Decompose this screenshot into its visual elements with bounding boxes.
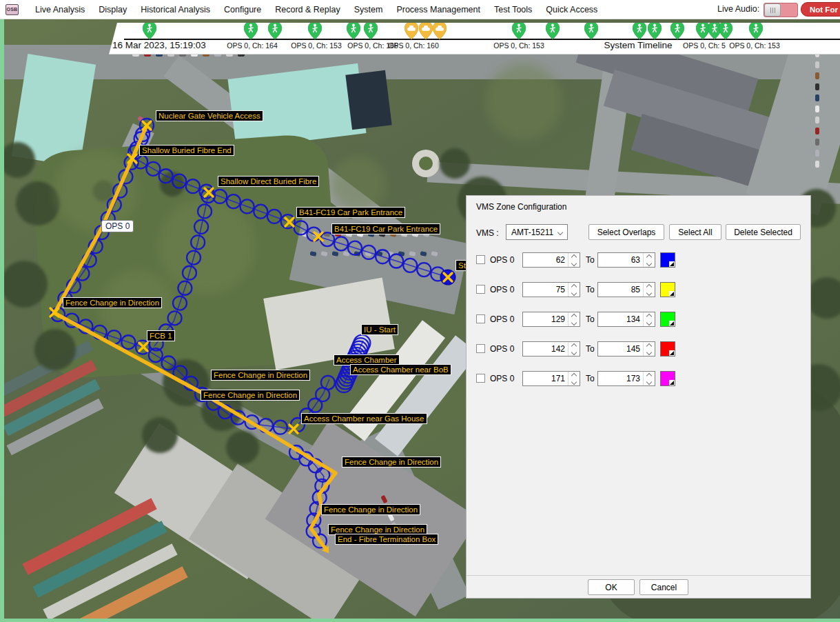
zone-from xyxy=(522,312,580,327)
spinner-down-icon xyxy=(571,319,577,325)
person-pin[interactable] xyxy=(633,21,646,39)
delete-selected-button[interactable]: Delete Selected xyxy=(726,224,801,240)
cancel-button[interactable]: Cancel xyxy=(639,579,688,595)
zone-color-swatch[interactable] xyxy=(660,282,675,297)
zone-to-stepper[interactable] xyxy=(643,372,655,385)
menu-item-test-tools[interactable]: Test Tools xyxy=(487,5,539,14)
menu-item-record-replay[interactable]: Record & Replay xyxy=(268,5,347,14)
zone-from-input[interactable] xyxy=(523,253,568,267)
person-pin[interactable] xyxy=(268,21,282,39)
car-pin[interactable] xyxy=(404,21,418,39)
menu-item-configure[interactable]: Configure xyxy=(217,5,268,14)
timeline-channel-label: OPS 0, Ch: 164 xyxy=(227,41,278,50)
zone-checkbox[interactable] xyxy=(476,374,485,383)
person-pin[interactable] xyxy=(347,21,360,39)
person-pin[interactable] xyxy=(584,21,598,39)
zone-color-swatch[interactable] xyxy=(660,341,675,357)
map-callout-fcb-1: FCB 1 xyxy=(147,330,175,341)
dialog-title: VMS Zone Configuration xyxy=(476,202,566,212)
menu-item-process-management[interactable]: Process Management xyxy=(389,5,487,14)
zone-to-input[interactable] xyxy=(598,342,643,356)
zone-checkbox[interactable] xyxy=(476,285,485,294)
zone-to xyxy=(597,312,655,327)
application-window: { "menu": { "logo": "OSB", "items": ["Li… xyxy=(0,0,840,622)
vms-zone-configuration-dialog: VMS Zone Configuration VMS : AMT-15211 S… xyxy=(466,195,811,599)
person-pin[interactable] xyxy=(749,21,763,39)
swatch-dropdown-icon xyxy=(669,291,675,297)
zone-color-swatch[interactable] xyxy=(660,252,675,268)
zone-from-input[interactable] xyxy=(523,342,568,356)
person-pin[interactable] xyxy=(512,21,526,39)
swatch-dropdown-icon xyxy=(669,321,675,326)
spinner-down-icon xyxy=(646,260,652,265)
car-pin[interactable] xyxy=(419,21,433,39)
zone-from-stepper[interactable] xyxy=(568,253,580,267)
spinner-down-icon xyxy=(571,379,577,384)
person-pin[interactable] xyxy=(244,21,258,39)
zone-to-input[interactable] xyxy=(598,283,643,297)
zone-to-label: To xyxy=(586,344,595,354)
spinner-down-icon xyxy=(646,379,652,384)
zone-row: OPS 0To xyxy=(467,252,810,268)
menu-item-display[interactable]: Display xyxy=(92,5,134,14)
zone-color-swatch[interactable] xyxy=(660,312,675,327)
live-audio-toggle[interactable] xyxy=(764,3,798,17)
person-pin[interactable] xyxy=(364,21,378,39)
zone-checkbox[interactable] xyxy=(476,344,485,353)
zone-to-input[interactable] xyxy=(598,372,643,385)
dialog-divider xyxy=(467,575,810,576)
person-pin[interactable] xyxy=(648,21,662,39)
zone-from-stepper[interactable] xyxy=(568,372,580,385)
zone-checkbox[interactable] xyxy=(476,255,485,264)
spinner-up-icon xyxy=(571,313,577,319)
zone-from-input[interactable] xyxy=(523,372,568,385)
spinner-up-icon xyxy=(571,254,577,259)
zone-from-input[interactable] xyxy=(523,283,568,297)
person-pin[interactable] xyxy=(143,21,156,39)
map-callout-shallow-direct-buried-fibre: Shallow Direct Buried Fibre xyxy=(218,176,319,187)
select-overlaps-button[interactable]: Select Overlaps xyxy=(588,224,664,240)
person-pin[interactable] xyxy=(546,21,560,39)
zone-from-stepper[interactable] xyxy=(568,312,580,326)
timeline-timestamp: 16 Mar 2023, 15:19:03 xyxy=(112,40,206,50)
zone-from-stepper[interactable] xyxy=(568,342,580,356)
zone-to-input[interactable] xyxy=(598,312,643,326)
zone-from xyxy=(522,282,580,297)
zone-to-stepper[interactable] xyxy=(643,253,655,267)
person-pin[interactable] xyxy=(719,21,733,39)
map-callout-shallow-buried-fibre-end: Shallow Buried Fibre End xyxy=(139,145,234,156)
zone-to-input[interactable] xyxy=(598,253,643,267)
zone-color-swatch[interactable] xyxy=(660,371,675,386)
car-pin[interactable] xyxy=(433,21,447,39)
zone-to-stepper[interactable] xyxy=(643,342,655,356)
zone-to-stepper[interactable] xyxy=(643,312,655,326)
menu-item-live-analysis[interactable]: Live Analysis xyxy=(28,5,92,14)
system-timeline[interactable]: 16 Mar 2023, 15:19:03 OPS 0, Ch: 164OPS … xyxy=(109,23,840,54)
menu-item-system[interactable]: System xyxy=(347,5,390,14)
zone-ops-label: OPS 0 xyxy=(490,285,514,294)
person-pin[interactable] xyxy=(670,21,684,39)
spinner-up-icon xyxy=(571,372,577,378)
timeline-channel-label: OPS 0, Ch: 5 xyxy=(683,41,726,50)
menu-item-quick-access[interactable]: Quick Access xyxy=(539,5,604,14)
menu-item-historical-analysis[interactable]: Historical Analysis xyxy=(134,5,217,14)
person-pin[interactable] xyxy=(308,21,322,39)
zone-to-stepper[interactable] xyxy=(643,283,655,297)
vms-select[interactable]: AMT-15211 xyxy=(506,224,568,240)
zone-from-stepper[interactable] xyxy=(568,283,580,297)
zone-ops-label: OPS 0 xyxy=(490,314,514,324)
zone-to-label: To xyxy=(586,255,595,265)
map-callout-b41-fc19-car-park-entrance: B41-FC19 Car Park Entrance xyxy=(331,223,440,234)
zone-to-label: To xyxy=(586,314,595,324)
zone-ops-label: OPS 0 xyxy=(490,255,514,265)
zone-from xyxy=(522,341,580,357)
zone-from-input[interactable] xyxy=(523,312,568,326)
zone-to xyxy=(597,341,655,357)
warning-badge: Not For Fi xyxy=(801,2,840,17)
ok-button[interactable]: OK xyxy=(588,579,635,595)
spinner-up-icon xyxy=(571,283,577,289)
map-callout-fence-change-in-direction: Fence Change in Direction xyxy=(342,457,441,468)
zone-checkbox[interactable] xyxy=(476,314,485,323)
select-all-button[interactable]: Select All xyxy=(669,224,721,240)
spinner-up-icon xyxy=(646,372,652,378)
